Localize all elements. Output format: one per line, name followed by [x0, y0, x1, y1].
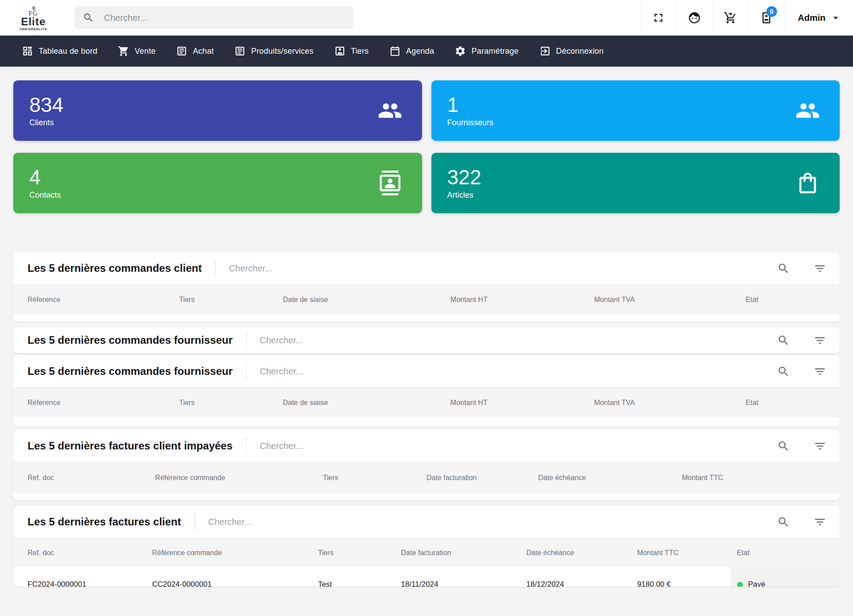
panel-search-input[interactable] — [229, 263, 753, 274]
chevron-down-icon — [830, 12, 841, 24]
cart-checkout-button[interactable] — [712, 0, 748, 36]
filter-button[interactable] — [813, 365, 826, 378]
fullscreen-icon — [652, 11, 665, 24]
filter-button[interactable] — [813, 439, 826, 453]
search-button[interactable] — [777, 439, 790, 453]
column-header: Etat — [737, 549, 825, 557]
column-header: Ref. doc — [28, 549, 152, 557]
status-label: Payé — [748, 580, 765, 587]
cell-ref-commande: CC2024-0000001 — [152, 574, 318, 587]
cell-ref-doc: FC2024-0000001 — [28, 574, 152, 587]
stat-card-contacts[interactable]: 4 Contacts — [13, 153, 422, 213]
nav-item-tableau-de-bord[interactable]: Tableau de bord — [12, 36, 108, 67]
panel-search-input[interactable] — [208, 517, 754, 527]
face-icon — [688, 11, 701, 24]
filter-button[interactable] — [813, 262, 826, 275]
nav-item-deconnexion[interactable]: Déconnexion — [529, 36, 614, 67]
stat-value: 322 — [447, 167, 482, 188]
contacts-icon — [378, 171, 403, 195]
column-header: Tiers — [323, 474, 426, 482]
divider — [246, 362, 247, 380]
profile-face-button[interactable] — [676, 0, 712, 36]
search-button[interactable] — [777, 515, 790, 529]
cell-tiers: Test — [318, 574, 401, 587]
column-header: Montant HT — [450, 296, 594, 304]
search-icon — [777, 262, 790, 275]
user-menu[interactable]: Admin — [784, 0, 853, 36]
people-icon — [795, 98, 820, 123]
search-icon — [777, 365, 790, 378]
panel-search-input[interactable] — [260, 335, 753, 346]
panel-search-input[interactable] — [260, 366, 753, 377]
divider — [246, 331, 247, 349]
search-icon — [777, 440, 790, 453]
search-icon — [777, 334, 790, 347]
table-row[interactable]: FC2024-0000001 CC2024-0000001 Test 18/11… — [13, 567, 840, 587]
column-header: Date échéance — [526, 549, 637, 557]
column-header: Montant TTC — [637, 549, 737, 557]
cart-checkout-icon — [724, 11, 737, 24]
contacts-panel-button[interactable]: 0 — [748, 0, 784, 36]
search-button[interactable] — [777, 334, 790, 347]
panel-factures-client-impayees: Les 5 dernières factures client impayées… — [13, 430, 840, 500]
column-header: Référence commande — [155, 474, 323, 482]
panel-search-input[interactable] — [260, 441, 753, 451]
logo-brand-text: Elite — [21, 16, 46, 27]
stat-label: Contacts — [29, 191, 61, 200]
panel-commandes-fournisseur-duplicate: Les 5 dernières commandes fournisseur — [13, 327, 840, 353]
column-header: Date échéance — [538, 474, 682, 482]
header-toolbar: 0 Admin — [640, 0, 853, 36]
divider — [246, 437, 247, 455]
nav-item-achat[interactable]: Achat — [166, 36, 224, 67]
stat-card-fournisseurs[interactable]: 1 Fournisseurs — [431, 80, 840, 141]
stat-value: 834 — [29, 94, 64, 115]
fullscreen-button[interactable] — [640, 0, 676, 36]
notification-badge: 0 — [766, 6, 777, 17]
stat-label: Fournisseurs — [447, 118, 494, 127]
table-header-row: Réference Tiers Date de siaise Montant H… — [13, 284, 840, 314]
nav-label: Produits/services — [251, 47, 313, 56]
nav-label: Paramétrage — [471, 47, 518, 56]
search-button[interactable] — [777, 262, 790, 275]
nav-item-tiers[interactable]: Tiers — [324, 36, 379, 67]
panel-title: Les 5 dernières commandes client — [28, 262, 202, 274]
column-header: Etat — [745, 399, 825, 407]
stat-card-articles[interactable]: 322 Articles — [431, 153, 840, 213]
column-header: Date facturation — [401, 549, 526, 557]
column-header: Réference — [28, 296, 179, 304]
document-icon — [176, 45, 187, 57]
panel-title: Les 5 dernières factures client impayées — [28, 440, 233, 452]
stat-label: Articles — [447, 191, 482, 200]
filter-button[interactable] — [813, 515, 826, 529]
filter-icon — [813, 262, 826, 275]
nav-item-produits-services[interactable]: Produits/services — [224, 36, 323, 67]
panel-header: Les 5 dernières factures client impayées — [13, 430, 840, 462]
document-icon — [234, 45, 246, 57]
nav-item-vente[interactable]: Vente — [108, 36, 166, 67]
filter-icon — [813, 516, 826, 529]
filter-icon — [813, 334, 826, 347]
nav-label: Achat — [193, 47, 214, 56]
panel-header: Les 5 dernières commandes client — [13, 252, 840, 284]
column-header: Référence commande — [152, 549, 318, 557]
calendar-icon — [389, 45, 401, 57]
panel-header: Les 5 dernières commandes fournisseur — [13, 327, 840, 353]
status-dot-icon — [737, 582, 743, 587]
brand-logo[interactable]: (\ /) FG Elite #WEAREELITE — [0, 5, 67, 31]
stat-label: Clients — [29, 118, 64, 127]
stat-card-clients[interactable]: 834 Clients — [13, 80, 422, 141]
nav-item-agenda[interactable]: Agenda — [379, 36, 444, 67]
divider — [195, 513, 195, 531]
column-header: Etat — [745, 296, 825, 304]
global-search-input[interactable] — [104, 13, 335, 23]
panel-commandes-fournisseur: Les 5 dernières commandes fournisseur Ré… — [13, 355, 840, 426]
nav-item-parametrage[interactable]: Paramétrage — [444, 36, 529, 67]
search-button[interactable] — [777, 365, 790, 378]
user-name: Admin — [798, 13, 825, 23]
table-panels: Les 5 dernières commandes client Réferen… — [13, 252, 840, 587]
nav-label: Tiers — [351, 47, 369, 56]
logout-icon — [539, 45, 551, 57]
filter-button[interactable] — [813, 334, 826, 347]
panel-title: Les 5 dernières factures client — [28, 516, 181, 528]
nav-label: Déconnexion — [556, 47, 604, 56]
